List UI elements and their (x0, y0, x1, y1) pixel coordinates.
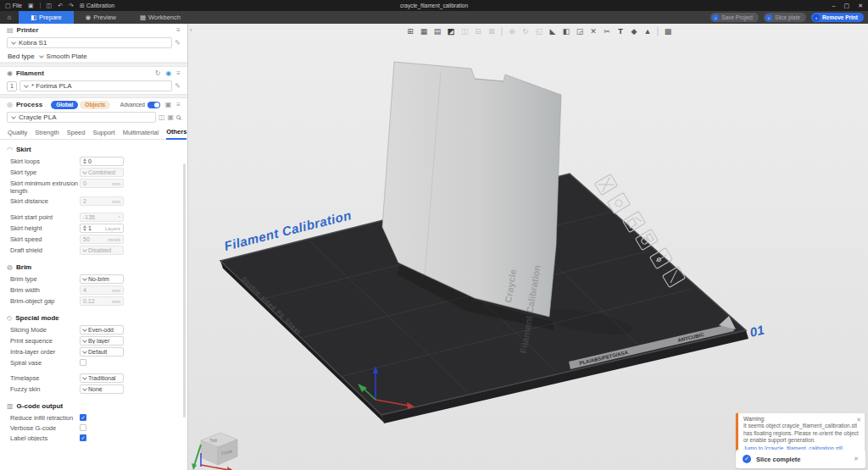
close-button[interactable]: ✕ (858, 3, 863, 9)
close-icon[interactable]: ✕ (856, 416, 861, 423)
printer-preset-select[interactable]: Kobra S1 (7, 37, 172, 48)
tab-support[interactable]: Support (92, 129, 114, 139)
split-to-parts-icon[interactable]: ⊟ (473, 25, 484, 36)
intra-layer-order-select[interactable]: Default (80, 347, 124, 357)
close-icon[interactable]: ✕ (854, 456, 859, 462)
brim-object-gap-input[interactable]: 0.12 mm (80, 296, 124, 306)
sidebar-collapse-icon[interactable]: ‹ (190, 26, 192, 34)
rotate-icon[interactable]: ↻ (520, 25, 531, 36)
process-preset-select[interactable]: Craycle PLA (7, 112, 156, 123)
setting-label: Skirt type (10, 168, 80, 176)
undo-icon[interactable]: ↶ (58, 3, 63, 9)
filament-edit-icon[interactable]: ✎ (175, 82, 181, 90)
delete-icon[interactable]: ✕ (588, 25, 599, 36)
setting-label: Reduce infill retraction (10, 413, 80, 422)
variable-layer-height-icon[interactable]: ▩ (663, 25, 674, 36)
scope-global-pill[interactable]: Global (51, 101, 78, 109)
navcube-top-label[interactable]: Top (209, 437, 218, 443)
tab-multimaterial[interactable]: Multimaterial (123, 129, 159, 139)
label-objects-checkbox[interactable]: ✓ (80, 434, 86, 441)
home-button[interactable]: ⌂ (0, 11, 19, 24)
save-icon[interactable]: ◫ (47, 3, 53, 9)
setting-label: Skirt minimum extrusion length (10, 179, 80, 195)
split-to-objects-icon[interactable]: ◫ (459, 25, 470, 36)
tab-speed[interactable]: Speed (67, 129, 86, 139)
group-special-mode: ◇ Special mode Slicing Mode Even-odd Pri… (0, 312, 187, 395)
auto-orient-icon[interactable]: ◩ (446, 25, 457, 36)
skirt-min-extrusion-input[interactable]: 0 mm (80, 179, 124, 188)
sidebar-scrollbar[interactable] (183, 163, 186, 417)
maximize-button[interactable]: ▢ (844, 3, 850, 9)
process-settings-icon[interactable]: ≡ (176, 101, 181, 108)
brim-width-input[interactable]: 4 mm (80, 285, 124, 295)
scale-icon[interactable]: ◱ (534, 25, 545, 36)
setting-label: Print sequence (10, 336, 80, 345)
spinner-arrows-icon[interactable] (83, 225, 86, 231)
redo-icon[interactable]: ↷ (69, 3, 74, 9)
scope-objects-pill[interactable]: Objects (80, 101, 110, 109)
seam-paint-icon[interactable]: ◆ (629, 25, 640, 36)
skirt-height-spinner[interactable]: 1 Layers (80, 224, 124, 233)
reduce-infill-retraction-checkbox[interactable]: ✓ (80, 414, 86, 421)
process-grid-icon[interactable]: ▣ (165, 101, 172, 108)
filament-sync-icon[interactable]: ↻ (155, 69, 161, 77)
save-project-dropdown-icon[interactable]: ‹ (712, 14, 719, 21)
print-sequence-select[interactable]: By layer (80, 336, 124, 346)
printer-settings-icon[interactable]: ≡ (176, 26, 181, 34)
tab-preview[interactable]: ◉ Preview (74, 11, 128, 24)
filament-preset-select[interactable]: * Forima PLA (19, 80, 172, 91)
tab-workbench[interactable]: ▦ Workbench (128, 11, 192, 24)
merge-icon[interactable]: ⊠ (487, 25, 498, 36)
skirt-type-select[interactable]: Combined (80, 168, 124, 177)
spinner-arrows-icon[interactable] (83, 158, 86, 164)
setting-label: Skirt speed (10, 235, 80, 243)
skirt-start-point-input[interactable]: -135 ° (80, 213, 124, 222)
skirt-speed-input[interactable]: 50 mm/s (80, 235, 124, 244)
auto-arrange-icon[interactable]: ▤ (432, 25, 443, 36)
support-paint-icon[interactable]: ▲ (643, 25, 654, 36)
skirt-loops-spinner[interactable]: 0 (80, 157, 124, 166)
verbose-gcode-checkbox[interactable]: ✓ (80, 424, 86, 431)
add-icon[interactable]: ⊞ (405, 25, 416, 36)
printer-edit-icon[interactable]: ✎ (175, 39, 181, 47)
window-layout-icon[interactable]: ▣ (28, 3, 34, 9)
text-tool-icon[interactable]: T (615, 25, 626, 36)
lay-flat-icon[interactable]: ◣ (548, 25, 559, 36)
advanced-toggle[interactable] (147, 102, 160, 108)
navcube[interactable]: Top Front (192, 433, 237, 470)
slice-plate-dropdown-icon[interactable]: ‹ (765, 14, 772, 21)
clone-icon[interactable]: ◲ (575, 25, 586, 36)
filament-slot-number[interactable]: 1 (7, 81, 17, 91)
tab-prepare[interactable]: ◧ Prepare (19, 11, 74, 24)
timelapse-select[interactable]: Traditional (80, 373, 124, 383)
skirt-distance-input[interactable]: 2 mm (80, 196, 124, 206)
minimize-button[interactable]: – (832, 3, 836, 8)
draft-shield-select[interactable]: Disabled (80, 246, 124, 255)
search-icon[interactable] (176, 115, 181, 119)
move-icon[interactable]: ⊕ (507, 25, 518, 36)
spiral-vase-checkbox[interactable]: ✓ (80, 359, 86, 366)
tab-others[interactable]: Others (166, 128, 186, 140)
place-on-face-icon[interactable]: ◧ (561, 25, 572, 36)
filament-settings-icon[interactable]: ≡ (176, 69, 181, 77)
tab-strength[interactable]: Strength (35, 129, 58, 139)
tab-quality[interactable]: Quality (8, 129, 27, 139)
process-save-icon[interactable]: ◫ (159, 113, 165, 121)
plate-settings-icon[interactable]: ▦ (419, 25, 430, 36)
cut-icon[interactable]: ✂ (602, 25, 613, 36)
remove-print-dropdown-icon[interactable]: ‹ (813, 14, 820, 21)
filament-color-icon[interactable]: ◉ (165, 69, 171, 77)
slice-plate-button[interactable]: ‹ Slice plate (764, 13, 806, 22)
plate-number-label[interactable]: 01 (748, 323, 765, 340)
fuzzy-skin-select[interactable]: None (80, 384, 124, 394)
save-project-button[interactable]: ‹ Save Project (710, 13, 759, 22)
brim-type-select[interactable]: No-brim (80, 274, 124, 284)
remove-print-button[interactable]: ‹ Remove Print (811, 13, 864, 22)
viewport-3d[interactable]: ‹ ⊞ ▦ ▤ ◩ ◫ ⊟ ⊠ ⊕ ↻ ◱ ◣ ◧ ◲ ✕ ✂ T ◆ (188, 24, 868, 470)
settings-scroll-area[interactable]: ◠ Skirt Skirt loops 0 Skirt type (0, 140, 187, 441)
file-menu[interactable]: ▢ File (5, 3, 22, 9)
slicing-mode-select[interactable]: Even-odd (80, 325, 124, 335)
calibration-menu[interactable]: ⊞ Calibration (80, 3, 114, 9)
process-reset-icon[interactable]: ▣ (167, 113, 174, 121)
bed-type-select[interactable]: Smooth Plate (40, 53, 87, 60)
